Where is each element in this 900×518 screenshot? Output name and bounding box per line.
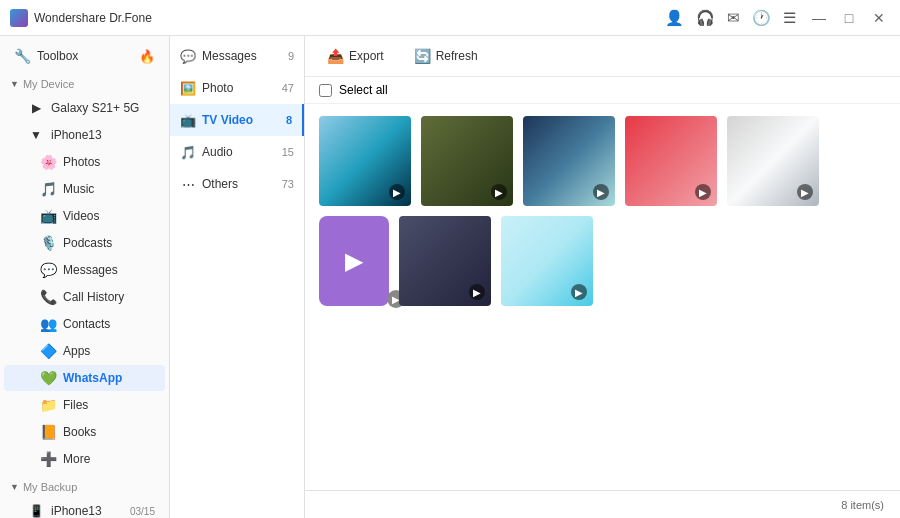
mid-item-tv-video[interactable]: 📺 TV Video 8 bbox=[170, 104, 304, 136]
refresh-button[interactable]: 🔄 Refresh bbox=[406, 44, 486, 68]
video-thumb-3[interactable]: ▶ bbox=[523, 116, 615, 206]
mid-item-messages[interactable]: 💬 Messages 9 bbox=[170, 40, 304, 72]
music-icon: 🎵 bbox=[40, 181, 56, 197]
video-placeholder-group: ▶ ▶ bbox=[319, 216, 389, 306]
messages-icon: 💬 bbox=[40, 262, 56, 278]
video-thumb-7[interactable]: ▶ bbox=[399, 216, 491, 306]
app-title: Wondershare Dr.Fone bbox=[34, 11, 665, 25]
sidebar-item-videos[interactable]: 📺 Videos bbox=[4, 203, 165, 229]
sidebar-label-messages: Messages bbox=[63, 263, 118, 277]
refresh-icon: 🔄 bbox=[414, 48, 431, 64]
titlebar: Wondershare Dr.Fone 👤 🎧 ✉ 🕐 ☰ — □ ✕ bbox=[0, 0, 900, 36]
sidebar-item-galaxy[interactable]: ▶ Galaxy S21+ 5G bbox=[4, 95, 165, 121]
history-icon[interactable]: 🕐 bbox=[752, 9, 771, 27]
photos-icon: 🌸 bbox=[40, 154, 56, 170]
refresh-label: Refresh bbox=[436, 49, 478, 63]
sidebar-item-more[interactable]: ➕ More bbox=[4, 446, 165, 472]
sidebar-label-my-device: My Device bbox=[23, 78, 74, 90]
mid-label-messages: Messages bbox=[202, 49, 257, 63]
sidebar-label-iphone13-backup: iPhone13 bbox=[51, 504, 102, 518]
sidebar-label-books: Books bbox=[63, 425, 96, 439]
sidebar-item-music[interactable]: 🎵 Music bbox=[4, 176, 165, 202]
sidebar-label-podcasts: Podcasts bbox=[63, 236, 112, 250]
play-icon-5: ▶ bbox=[797, 184, 813, 200]
call-history-icon: 📞 bbox=[40, 289, 56, 305]
sidebar-item-contacts[interactable]: 👥 Contacts bbox=[4, 311, 165, 337]
play-icon-8: ▶ bbox=[571, 284, 587, 300]
minimize-button[interactable]: — bbox=[808, 7, 830, 29]
sidebar-label-photos: Photos bbox=[63, 155, 100, 169]
contacts-icon: 👥 bbox=[40, 316, 56, 332]
sidebar-label-my-backup: My Backup bbox=[23, 481, 77, 493]
sidebar-label-iphone13: iPhone13 bbox=[51, 128, 102, 142]
files-icon: 📁 bbox=[40, 397, 56, 413]
mid-item-audio[interactable]: 🎵 Audio 15 bbox=[170, 136, 304, 168]
select-all-checkbox[interactable] bbox=[319, 84, 332, 97]
status-bar: 8 item(s) bbox=[305, 490, 900, 518]
menu-icon[interactable]: ☰ bbox=[783, 9, 796, 27]
sidebar-label-videos: Videos bbox=[63, 209, 99, 223]
sidebar-label-call-history: Call History bbox=[63, 290, 124, 304]
close-button[interactable]: ✕ bbox=[868, 7, 890, 29]
mid-item-others[interactable]: ⋯ Others 73 bbox=[170, 168, 304, 200]
play-icon-1: ▶ bbox=[389, 184, 405, 200]
videos-icon: 📺 bbox=[40, 208, 56, 224]
sidebar-label-music: Music bbox=[63, 182, 94, 196]
mid-count-audio: 15 bbox=[282, 146, 294, 158]
content-area: 📤 Export 🔄 Refresh Select all ▶ ▶ ▶ bbox=[305, 36, 900, 518]
sidebar-item-iphone13-backup[interactable]: 📱 iPhone13 03/15 bbox=[4, 498, 165, 518]
arrow-icon: ▼ bbox=[10, 79, 19, 89]
sidebar-label-contacts: Contacts bbox=[63, 317, 110, 331]
sidebar-item-books[interactable]: 📙 Books bbox=[4, 419, 165, 445]
video-thumb-2[interactable]: ▶ bbox=[421, 116, 513, 206]
email-icon[interactable]: ✉ bbox=[727, 9, 740, 27]
sidebar-label-more: More bbox=[63, 452, 90, 466]
sidebar-item-photos[interactable]: 🌸 Photos bbox=[4, 149, 165, 175]
flame-icon: 🔥 bbox=[139, 49, 155, 64]
mid-count-others: 73 bbox=[282, 178, 294, 190]
select-all-row: Select all bbox=[305, 77, 900, 104]
video-thumb-8[interactable]: ▶ bbox=[501, 216, 593, 306]
mid-item-photo[interactable]: 🖼️ Photo 47 bbox=[170, 72, 304, 104]
mid-panel: 💬 Messages 9 🖼️ Photo 47 📺 TV Video 8 🎵 … bbox=[170, 36, 305, 518]
sidebar-item-files[interactable]: 📁 Files bbox=[4, 392, 165, 418]
export-button[interactable]: 📤 Export bbox=[319, 44, 392, 68]
video-thumb-1[interactable]: ▶ bbox=[319, 116, 411, 206]
podcasts-icon: 🎙️ bbox=[40, 235, 56, 251]
headset-icon[interactable]: 🎧 bbox=[696, 9, 715, 27]
sidebar-item-whatsapp[interactable]: 💚 WhatsApp bbox=[4, 365, 165, 391]
video-placeholder[interactable]: ▶ bbox=[319, 216, 389, 306]
maximize-button[interactable]: □ bbox=[838, 7, 860, 29]
iphone13-backup-icon: 📱 bbox=[28, 503, 44, 518]
video-thumb-5[interactable]: ▶ bbox=[727, 116, 819, 206]
profile-icon[interactable]: 👤 bbox=[665, 9, 684, 27]
select-all-label: Select all bbox=[339, 83, 388, 97]
sidebar-item-call-history[interactable]: 📞 Call History bbox=[4, 284, 165, 310]
play-icon-3: ▶ bbox=[593, 184, 609, 200]
galaxy-icon: ▶ bbox=[28, 100, 44, 116]
titlebar-icon-group: 👤 🎧 ✉ 🕐 ☰ bbox=[665, 9, 796, 27]
sidebar-section-my-backup[interactable]: ▼ My Backup bbox=[0, 473, 169, 497]
video-grid: ▶ ▶ ▶ ▶ ▶ ▶ ▶ ▶ bbox=[305, 104, 900, 490]
sidebar-label-toolbox: Toolbox bbox=[37, 49, 78, 63]
toolbox-icon: 🔧 bbox=[14, 48, 30, 64]
whatsapp-icon: 💚 bbox=[40, 370, 56, 386]
export-icon: 📤 bbox=[327, 48, 344, 64]
more-icon: ➕ bbox=[40, 451, 56, 467]
apps-icon: 🔷 bbox=[40, 343, 56, 359]
sidebar-label-galaxy: Galaxy S21+ 5G bbox=[51, 101, 139, 115]
sidebar-item-toolbox[interactable]: 🔧 Toolbox 🔥 bbox=[4, 43, 165, 69]
books-icon: 📙 bbox=[40, 424, 56, 440]
sidebar-item-iphone13[interactable]: ▼ iPhone13 bbox=[4, 122, 165, 148]
play-icon-7: ▶ bbox=[469, 284, 485, 300]
toolbar: 📤 Export 🔄 Refresh bbox=[305, 36, 900, 77]
video-thumb-4[interactable]: ▶ bbox=[625, 116, 717, 206]
sidebar-item-messages[interactable]: 💬 Messages bbox=[4, 257, 165, 283]
mid-messages-icon: 💬 bbox=[180, 48, 196, 64]
sidebar-item-apps[interactable]: 🔷 Apps bbox=[4, 338, 165, 364]
backup-arrow-icon: ▼ bbox=[10, 482, 19, 492]
sidebar-section-my-device[interactable]: ▼ My Device bbox=[0, 70, 169, 94]
sidebar-label-apps: Apps bbox=[63, 344, 90, 358]
sidebar-item-podcasts[interactable]: 🎙️ Podcasts bbox=[4, 230, 165, 256]
mid-label-audio: Audio bbox=[202, 145, 233, 159]
